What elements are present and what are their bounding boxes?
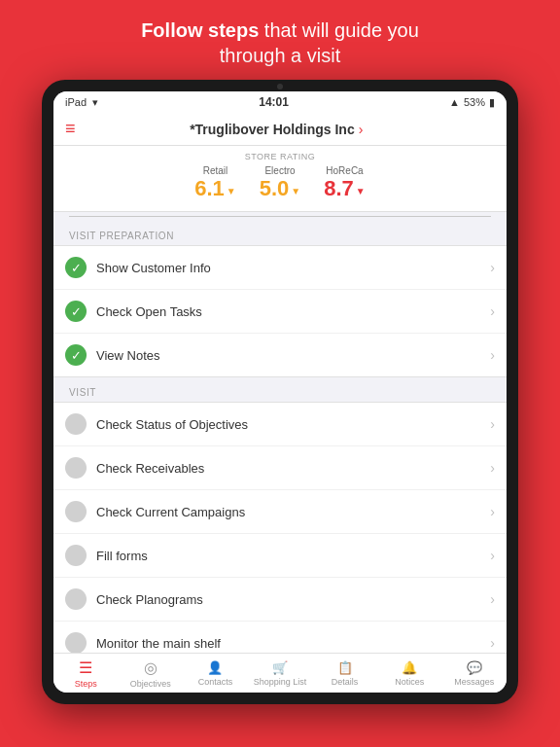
tab-messages[interactable]: 💬 Messages (441, 660, 507, 687)
tab-contacts[interactable]: 👤 Contacts (183, 660, 248, 687)
check-status-objectives-label: Check Status of Objectives (96, 417, 480, 432)
tab-bar: ☰ Steps ◎ Objectives 👤 Contacts 🛒 Shoppi… (53, 653, 507, 693)
rating-horeca-name: HoReCa (324, 165, 366, 176)
tablet-frame: iPad ▾ 14:01 ▲ 53% ▮ ≡ *Truglibover Hold… (42, 80, 518, 704)
list-item[interactable]: Monitor the main shelf › (53, 622, 507, 653)
rating-retail: Retail 6.1▼ (194, 165, 236, 201)
list-item[interactable]: ✓ Check Open Tasks › (53, 290, 507, 334)
details-icon: 📋 (337, 660, 353, 675)
tab-details[interactable]: 📋 Details (312, 660, 377, 687)
camera-notch (277, 84, 283, 89)
tab-shopping-list[interactable]: 🛒 Shopping List (248, 660, 313, 687)
chevron-icon: › (490, 504, 495, 519)
list-item[interactable]: Check Receivables › (53, 446, 507, 490)
menu-icon[interactable]: ≡ (65, 119, 76, 139)
check-icon-view-notes: ✓ (65, 344, 87, 366)
battery-level: 53% (464, 96, 485, 108)
tab-steps-label: Steps (75, 679, 97, 689)
messages-icon: 💬 (467, 660, 482, 675)
objectives-icon: ◎ (144, 658, 158, 677)
check-open-tasks-label: Check Open Tasks (96, 304, 480, 319)
list-item[interactable]: Fill forms › (53, 534, 507, 578)
shopping-list-icon: 🛒 (272, 660, 288, 675)
rating-horeca-arrow: ▼ (356, 186, 366, 196)
view-notes-label: View Notes (96, 348, 480, 363)
device-label: iPad (65, 96, 87, 108)
list-item[interactable]: Check Status of Objectives › (53, 403, 507, 446)
rating-retail-name: Retail (194, 165, 236, 176)
circle-icon (65, 501, 87, 522)
tab-objectives-label: Objectives (130, 679, 171, 689)
check-receivables-label: Check Receivables (96, 461, 480, 476)
show-customer-info-label: Show Customer Info (96, 261, 480, 275)
tab-objectives[interactable]: ◎ Objectives (119, 658, 184, 689)
list-item[interactable]: Check Planograms › (53, 578, 507, 622)
content-scroll[interactable]: VISIT PREPARATION ✓ Show Customer Info ›… (53, 221, 507, 653)
circle-icon (65, 545, 87, 566)
chevron-icon: › (490, 635, 495, 651)
chevron-icon: › (490, 347, 495, 363)
check-current-campaigns-label: Check Current Campaigns (96, 505, 480, 519)
rating-divider (69, 216, 491, 217)
chevron-icon: › (490, 548, 495, 563)
circle-icon (65, 632, 87, 653)
tab-steps[interactable]: ☰ Steps (53, 658, 119, 689)
check-planograms-label: Check Planograms (96, 592, 480, 607)
time-display: 14:01 (259, 95, 289, 109)
battery-icon: ▮ (489, 96, 495, 109)
status-bar: iPad ▾ 14:01 ▲ 53% ▮ (53, 91, 507, 113)
store-rating-section: STORE RATING Retail 6.1▼ Electro 5.0▼ Ho… (53, 146, 507, 212)
monitor-main-shelf-label: Monitor the main shelf (96, 636, 480, 651)
check-icon-show-customer: ✓ (65, 257, 87, 278)
nav-title-container[interactable]: *Truglibover Holdings Inc › (190, 122, 363, 137)
header-bold: Follow steps (141, 19, 259, 41)
check-icon-open-tasks: ✓ (65, 301, 87, 322)
chevron-icon: › (490, 303, 495, 319)
section-header-visit: VISIT (53, 377, 507, 402)
steps-icon: ☰ (79, 658, 92, 677)
tab-messages-label: Messages (454, 677, 494, 687)
rating-retail-arrow: ▼ (227, 186, 236, 196)
tab-shopping-list-label: Shopping List (254, 677, 307, 687)
store-rating-label: STORE RATING (53, 152, 507, 161)
notices-icon: 🔔 (402, 660, 417, 675)
chevron-icon: › (490, 260, 495, 275)
circle-icon (65, 413, 87, 435)
header-text: Follow steps that will guide youthrough … (0, 0, 560, 80)
tab-details-label: Details (332, 677, 359, 687)
rating-horeca-value: 8.7▼ (324, 176, 366, 201)
chevron-icon: › (490, 416, 495, 432)
signal-icon: ▲ (449, 96, 460, 108)
nav-chevron-icon: › (359, 122, 364, 137)
tab-contacts-label: Contacts (198, 677, 233, 687)
contacts-icon: 👤 (207, 660, 223, 675)
list-item[interactable]: ✓ View Notes › (53, 334, 507, 376)
rating-electro-arrow: ▼ (291, 186, 300, 196)
wifi-icon: ▾ (92, 96, 98, 109)
section-header-preparation: VISIT PREPARATION (53, 221, 507, 245)
nav-title: *Truglibover Holdings Inc (190, 122, 355, 137)
list-item[interactable]: ✓ Show Customer Info › (53, 246, 507, 290)
fill-forms-label: Fill forms (96, 549, 480, 563)
chevron-icon: › (490, 460, 495, 476)
rating-electro: Electro 5.0▼ (260, 165, 301, 201)
tab-notices-label: Notices (395, 677, 424, 687)
tablet-screen: iPad ▾ 14:01 ▲ 53% ▮ ≡ *Truglibover Hold… (53, 91, 507, 693)
nav-bar: ≡ *Truglibover Holdings Inc › (53, 113, 507, 146)
rating-electro-value: 5.0▼ (260, 176, 301, 201)
visit-preparation-list: ✓ Show Customer Info › ✓ Check Open Task… (53, 245, 507, 377)
list-item[interactable]: Check Current Campaigns › (53, 490, 507, 534)
rating-horeca: HoReCa 8.7▼ (324, 165, 366, 201)
visit-list: Check Status of Objectives › Check Recei… (53, 402, 507, 653)
circle-icon (65, 457, 87, 479)
rating-retail-value: 6.1▼ (194, 176, 236, 201)
tab-notices[interactable]: 🔔 Notices (377, 660, 442, 687)
circle-icon (65, 588, 87, 610)
rating-items: Retail 6.1▼ Electro 5.0▼ HoReCa 8.7▼ (53, 165, 507, 201)
chevron-icon: › (490, 591, 495, 607)
rating-electro-name: Electro (260, 165, 301, 176)
